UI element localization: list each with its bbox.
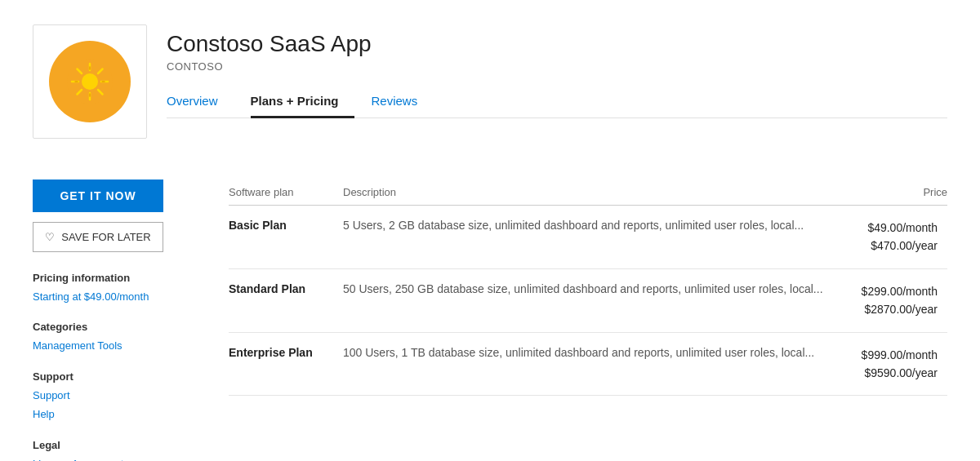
license-agreement-link[interactable]: License Agreement — [33, 454, 188, 461]
categories-title: Categories — [33, 321, 188, 333]
plan-price-monthly-enterprise: $999.00/month — [857, 346, 938, 364]
pricing-info-section: Pricing information Starting at $49.00/m… — [33, 272, 188, 306]
pricing-info-title: Pricing information — [33, 272, 188, 284]
plan-price-monthly-standard: $299.00/month — [857, 282, 938, 300]
price-header: Price — [857, 180, 947, 206]
app-logo-container — [33, 24, 147, 139]
main-layout: GET IT NOW ♡ SAVE FOR LATER Pricing info… — [33, 163, 947, 461]
table-row: Standard Plan 50 Users, 250 GB database … — [229, 268, 947, 332]
tab-reviews[interactable]: Reviews — [371, 86, 434, 118]
tab-plans-pricing[interactable]: Plans + Pricing — [251, 86, 355, 118]
get-it-now-button[interactable]: GET IT NOW — [33, 180, 163, 212]
table-row: Enterprise Plan 100 Users, 1 TB database… — [229, 332, 947, 396]
plan-description-standard: 50 Users, 250 GB database size, unlimite… — [343, 268, 857, 332]
content-area: Software plan Description Price Basic Pl… — [212, 163, 947, 461]
header-section: Constoso SaaS App CONTOSO Overview Plans… — [33, 24, 947, 139]
plan-name-basic: Basic Plan — [229, 206, 343, 269]
plan-price-monthly-basic: $49.00/month — [857, 219, 938, 237]
pricing-info-link[interactable]: Starting at $49.00/month — [33, 287, 188, 306]
table-header-row: Software plan Description Price — [229, 180, 947, 206]
svg-point-9 — [82, 73, 98, 90]
page-container: Constoso SaaS App CONTOSO Overview Plans… — [0, 0, 980, 461]
sidebar: GET IT NOW ♡ SAVE FOR LATER Pricing info… — [33, 163, 212, 461]
plans-table: Software plan Description Price Basic Pl… — [229, 180, 947, 396]
plan-price-standard: $299.00/month $2870.00/year — [857, 268, 947, 332]
tabs-nav: Overview Plans + Pricing Reviews — [167, 86, 947, 118]
help-link[interactable]: Help — [33, 405, 188, 423]
app-publisher: CONTOSO — [167, 60, 947, 73]
plan-name-standard: Standard Plan — [229, 268, 343, 332]
plan-price-yearly-enterprise: $9590.00/year — [857, 364, 938, 382]
tab-overview[interactable]: Overview — [167, 86, 234, 118]
software-plan-header: Software plan — [229, 180, 343, 206]
app-title: Constoso SaaS App — [167, 31, 947, 57]
description-header: Description — [343, 180, 857, 206]
support-section: Support Support Help — [33, 370, 188, 424]
legal-title: Legal — [33, 439, 188, 451]
save-for-later-label: SAVE FOR LATER — [61, 231, 150, 243]
plan-price-yearly-standard: $2870.00/year — [857, 300, 938, 318]
heart-icon: ♡ — [45, 231, 55, 243]
save-for-later-button[interactable]: ♡ SAVE FOR LATER — [33, 222, 163, 252]
table-row: Basic Plan 5 Users, 2 GB database size, … — [229, 206, 947, 269]
legal-section: Legal License Agreement Privacy Policy — [33, 439, 188, 461]
categories-link[interactable]: Management Tools — [33, 336, 188, 355]
sun-icon — [65, 57, 114, 106]
plan-price-enterprise: $999.00/month $9590.00/year — [857, 332, 947, 396]
plan-description-basic: 5 Users, 2 GB database size, unlimited d… — [343, 206, 857, 269]
plan-name-enterprise: Enterprise Plan — [229, 332, 343, 396]
app-logo-circle — [49, 41, 131, 122]
support-title: Support — [33, 370, 188, 383]
support-link[interactable]: Support — [33, 386, 188, 405]
plan-price-yearly-basic: $470.00/year — [857, 237, 938, 255]
plan-description-enterprise: 100 Users, 1 TB database size, unlimited… — [343, 332, 857, 396]
categories-section: Categories Management Tools — [33, 321, 188, 355]
app-info: Constoso SaaS App CONTOSO Overview Plans… — [167, 24, 947, 118]
plan-price-basic: $49.00/month $470.00/year — [857, 206, 947, 269]
